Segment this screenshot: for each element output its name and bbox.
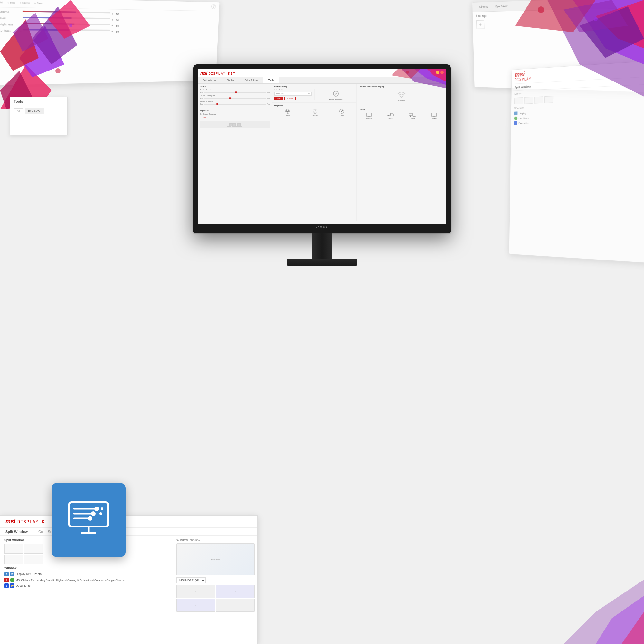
- zoom-out-icon: [313, 109, 317, 114]
- svg-rect-39: [390, 114, 393, 116]
- app-title-bar: msi DISPLAY KIT: [198, 69, 446, 77]
- display-settings-icon-badge: [52, 483, 126, 557]
- pointer-speed-thumb: [235, 91, 237, 93]
- clone-label: Clone: [388, 118, 392, 120]
- project-controls: Internal: [359, 111, 444, 121]
- app-title: DISPLAY KIT: [208, 72, 235, 76]
- power-setting-title: Power Setting: [274, 86, 355, 88]
- magnifier-title: Magnifier: [274, 105, 355, 107]
- geo-shapes-left: [0, 0, 90, 109]
- monitor-stand-neck: [312, 233, 332, 259]
- monitor-bottom-bezel: //MSI: [198, 224, 446, 230]
- svg-point-22: [429, 70, 431, 71]
- duration-dropdown[interactable]: 1 minutes ▼: [274, 92, 312, 96]
- svg-line-26: [288, 112, 289, 113]
- mouse-section-title: Mouse: [200, 86, 270, 88]
- wireless-connect-area: Connect: [359, 90, 444, 101]
- svg-rect-33: [366, 113, 372, 116]
- svg-point-57: [94, 507, 99, 511]
- svg-point-59: [88, 516, 92, 521]
- pointer-speed-slider-row: Slow Fast: [200, 91, 270, 93]
- svg-rect-42: [409, 113, 412, 116]
- vertical-scrolling-slider-row: Slow Fast: [200, 103, 270, 105]
- power-sleep-icon: [333, 91, 339, 97]
- svg-point-16: [594, 17, 598, 21]
- close-button[interactable]: [440, 71, 444, 74]
- minimize-button[interactable]: [436, 71, 439, 74]
- svg-point-32: [401, 97, 402, 98]
- zoom-out-button[interactable]: Zoom out: [312, 109, 318, 116]
- display-settings-icon: [66, 497, 111, 543]
- middle-panel: Power Setting Auto Shutdown 1 minutes ▼: [272, 84, 357, 221]
- zoom-in-button[interactable]: Zoom in: [285, 109, 290, 116]
- monitor-bezel: msi DISPLAY KIT: [193, 64, 451, 233]
- monitor-stand-base: [287, 259, 357, 266]
- monitor-brand: //MSI: [316, 225, 328, 229]
- svg-point-53: [101, 507, 103, 510]
- double-click-speed-slider-row: Slow Fast: [200, 97, 270, 99]
- svg-rect-43: [413, 113, 416, 116]
- wireless-connect-label[interactable]: Connect: [359, 99, 444, 101]
- tab-display[interactable]: Display: [221, 77, 239, 83]
- svg-point-55: [99, 512, 102, 515]
- power-setting-section: Power Setting Auto Shutdown 1 minutes ▼: [272, 84, 356, 103]
- double-click-speed-label: Double-Click Speed: [200, 95, 270, 97]
- svg-point-8: [69, 24, 72, 27]
- project-external-button[interactable]: External: [431, 113, 437, 120]
- keyboard-section-title: Keyboard: [200, 110, 270, 112]
- power-auto-shutdown: Auto Shutdown 1 minutes ▼ Start Cancel: [274, 89, 312, 100]
- power-cancel-button[interactable]: Cancel: [284, 97, 296, 100]
- svg-point-58: [91, 511, 96, 516]
- tab-color-setting[interactable]: Color Setting: [239, 77, 263, 83]
- pointer-speed-slider[interactable]: [204, 92, 266, 93]
- project-extend-button[interactable]: Extend: [409, 113, 416, 120]
- bg-bottom-window-preview: Window Preview Preview MSI MD271QP 1 2 1: [174, 536, 257, 614]
- magnifier-section: Magnifier: [272, 103, 356, 119]
- keyboard-section: Keyboard On-Screen Keyboard Start: [200, 108, 270, 128]
- power-sleep-section: Power and sleep: [314, 89, 355, 100]
- power-start-button[interactable]: Start: [274, 97, 283, 100]
- svg-line-29: [316, 112, 316, 113]
- svg-rect-48: [431, 113, 437, 116]
- svg-point-21: [406, 71, 409, 74]
- auto-shutdown-label: Auto Shutdown: [274, 89, 312, 91]
- bg-window-tools-left: Tools na Eye Saver: [10, 97, 68, 135]
- zoom-in-icon: [285, 109, 290, 114]
- wireless-section: Connect to wireless display C: [359, 86, 444, 106]
- vertical-scrolling-label: Vertical scrolling: [200, 100, 270, 102]
- geo-shapes-bottom-right: [531, 547, 644, 644]
- on-screen-keyboard-label: On-Screen Keyboard: [200, 113, 270, 115]
- left-panel: Mouse Pointer Speed Slow Fast Double-Cli…: [198, 84, 272, 221]
- bg-tools-label: Tools: [10, 97, 67, 106]
- msi-display-kit-app: msi DISPLAY KIT: [198, 69, 446, 224]
- geo-shapes-right: [483, 0, 644, 113]
- monitor: msi DISPLAY KIT: [193, 64, 451, 266]
- magnifier-close-button[interactable]: Close: [339, 109, 344, 116]
- extend-label: Extend: [410, 118, 415, 120]
- external-label: External: [431, 118, 437, 120]
- project-internal-button[interactable]: Internal: [366, 113, 372, 120]
- svg-point-7: [55, 68, 61, 73]
- double-click-speed-thumb: [229, 97, 231, 99]
- right-panel: Connect to wireless display C: [357, 84, 446, 221]
- on-screen-keyboard-visual: [200, 121, 270, 128]
- monitor-screen: msi DISPLAY KIT: [198, 69, 446, 224]
- bg-window-bottom-left: msi DISPLAY K Split Window Color Setting…: [0, 515, 258, 644]
- project-clone-button[interactable]: Clone: [387, 113, 394, 120]
- power-content: Auto Shutdown 1 minutes ▼ Start Cancel: [274, 89, 355, 100]
- tab-tools[interactable]: Tools: [263, 77, 279, 83]
- msi-logo: msi: [200, 71, 207, 76]
- svg-rect-36: [387, 113, 390, 115]
- internal-label: Internal: [366, 118, 372, 120]
- double-click-speed-slider[interactable]: [204, 98, 266, 99]
- power-sleep-label: Power and sleep: [317, 99, 355, 100]
- pointer-speed-label: Pointer Speed: [200, 89, 270, 91]
- magnifier-controls: Zoom in: [274, 108, 355, 118]
- svg-point-15: [538, 6, 544, 13]
- tab-split-window[interactable]: Split Window: [198, 77, 221, 83]
- vertical-scrolling-slider[interactable]: [204, 104, 266, 105]
- power-buttons: Start Cancel: [274, 97, 312, 100]
- monitor-select[interactable]: MSI MD271QP: [176, 577, 206, 583]
- keyboard-start-button[interactable]: Start: [200, 116, 209, 119]
- close-icon: [339, 109, 344, 114]
